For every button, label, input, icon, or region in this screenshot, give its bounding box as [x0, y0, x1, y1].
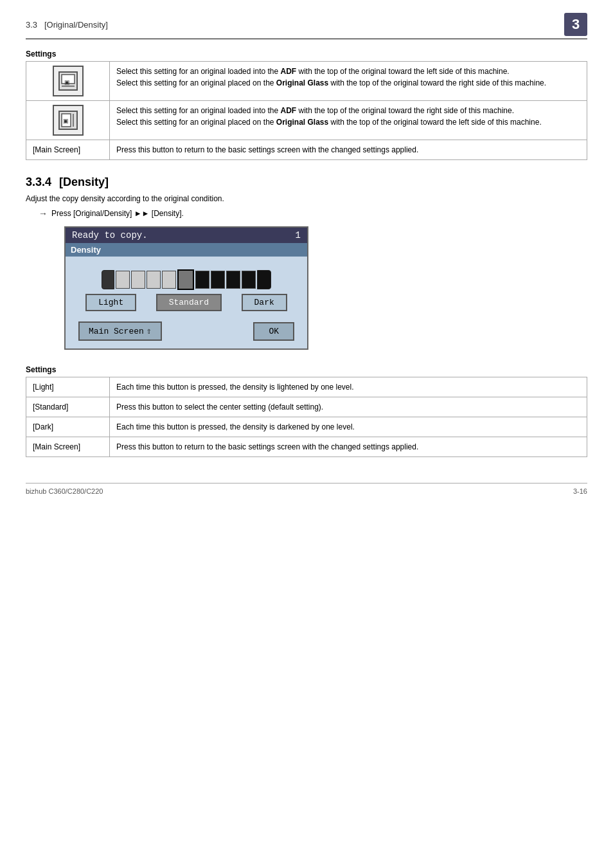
device-subtitle: Density	[66, 243, 307, 257]
standard-button[interactable]: Standard	[156, 294, 222, 311]
density-seg-6	[195, 271, 209, 289]
svg-text:▣: ▣	[63, 118, 69, 124]
table-row: [Dark] Each time this button is pressed,…	[26, 417, 587, 437]
density-settings-label: Settings	[26, 365, 587, 374]
section-334-heading: 3.3.4 [Density]	[26, 176, 587, 189]
section-334-desc: Adjust the copy density according to the…	[26, 194, 587, 203]
section-label: 3.3 [Original/Density]	[26, 20, 108, 30]
description-cell-1: Select this setting for an original load…	[110, 62, 587, 101]
footer-page: 3-16	[573, 487, 587, 495]
table-row: ▣ Select this setting for an original lo…	[26, 101, 587, 140]
density-seg-1	[116, 271, 130, 289]
density-seg-3	[147, 271, 161, 289]
device-ui-mockup: Ready to copy. 1 Density	[64, 226, 308, 350]
main-screen-label: Main Screen	[89, 327, 144, 336]
device-title-bar: Ready to copy. 1	[66, 228, 307, 243]
density-seg-4	[162, 271, 176, 289]
light-desc: Each time this button is pressed, the de…	[110, 377, 587, 397]
density-seg-9	[242, 271, 256, 289]
table-row: [Standard] Press this button to select t…	[26, 397, 587, 417]
arrow-icon: →	[39, 208, 48, 219]
dark-button[interactable]: Dark	[242, 294, 287, 311]
table-row: [Main Screen] Press this button to retur…	[26, 437, 587, 457]
section-334-number: 3.3.4	[26, 176, 51, 189]
icon-cell-2: ▣	[26, 101, 110, 140]
footer-model: bizhub C360/C280/C220	[26, 487, 103, 495]
ok-button[interactable]: OK	[253, 322, 294, 341]
orientation-icon-1: ▣	[53, 66, 84, 96]
table-row: [Light] Each time this button is pressed…	[26, 377, 587, 397]
density-seg-2	[131, 271, 145, 289]
arrow-instruction: → Press [Original/Density] ►► [Density].	[39, 208, 587, 219]
light-label: [Light]	[26, 377, 110, 397]
device-bottom-bar: Main Screen ⇧ OK	[76, 321, 297, 341]
density-settings-table: [Light] Each time this button is pressed…	[26, 377, 587, 457]
density-bar	[102, 269, 271, 290]
main-screen-icon: ⇧	[147, 326, 152, 336]
main-screen-desc-upper: Press this button to return to the basic…	[110, 140, 587, 160]
page-footer: bizhub C360/C280/C220 3-16	[26, 483, 587, 495]
orientation-icon-2: ▣	[53, 105, 84, 136]
dark-label: [Dark]	[26, 417, 110, 437]
chapter-number: 3	[564, 13, 587, 36]
density-handle-left	[102, 270, 114, 289]
table-row: ▣ Select this setting for an original lo…	[26, 62, 587, 101]
light-button[interactable]: Light	[85, 294, 136, 311]
device-ready-text: Ready to copy.	[72, 230, 148, 240]
device-body: Light Standard Dark Main Screen ⇧ OK	[66, 257, 307, 348]
description-cell-2: Select this setting for an original load…	[110, 101, 587, 140]
icon-cell-1: ▣	[26, 62, 110, 101]
page-header: 3.3 [Original/Density] 3	[26, 13, 587, 39]
device-copy-count: 1	[296, 230, 301, 240]
dark-desc: Each time this button is pressed, the de…	[110, 417, 587, 437]
density-handle-right	[257, 270, 271, 289]
main-screen-label-lower: [Main Screen]	[26, 437, 110, 457]
density-slider-area: Light Standard Dark	[76, 269, 297, 311]
instruction-text: Press [Original/Density] ►► [Density].	[51, 209, 184, 218]
svg-text:▣: ▣	[64, 79, 70, 86]
density-buttons-row: Light Standard Dark	[76, 294, 297, 311]
density-seg-selected	[177, 269, 194, 290]
standard-label: [Standard]	[26, 397, 110, 417]
main-screen-label-upper: [Main Screen]	[26, 140, 110, 160]
density-seg-7	[211, 271, 225, 289]
upper-settings-table: ▣ Select this setting for an original lo…	[26, 61, 587, 160]
table-row: [Main Screen] Press this button to retur…	[26, 140, 587, 160]
standard-desc: Press this button to select the center s…	[110, 397, 587, 417]
main-screen-button[interactable]: Main Screen ⇧	[78, 321, 162, 341]
section-334-title: [Density]	[59, 176, 109, 189]
density-seg-8	[226, 271, 240, 289]
upper-settings-label: Settings	[26, 50, 587, 59]
main-screen-desc-lower: Press this button to return to the basic…	[110, 437, 587, 457]
